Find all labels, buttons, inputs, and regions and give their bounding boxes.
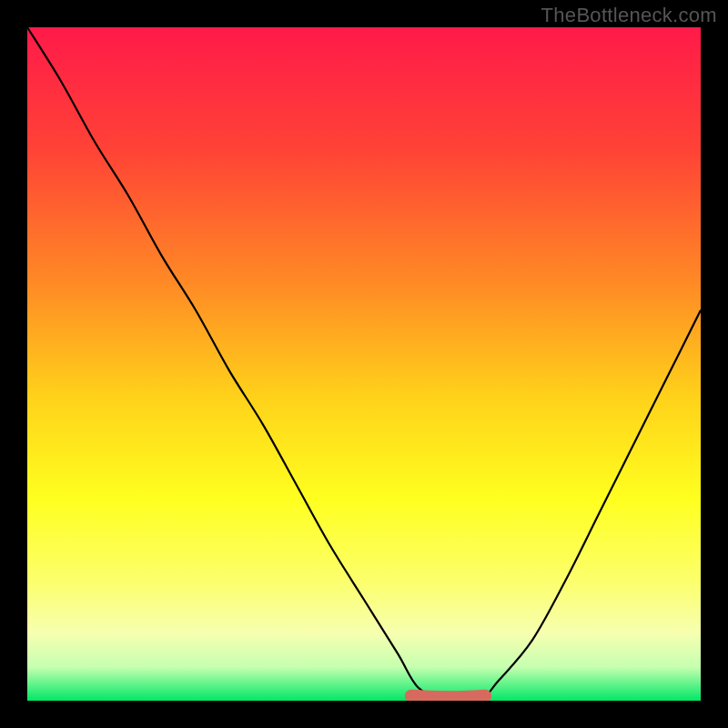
flat-bottom-marker: [411, 696, 485, 698]
curve-layer: [27, 27, 701, 701]
watermark-text: TheBottleneck.com: [541, 4, 717, 27]
plot-area: [27, 27, 701, 701]
bottleneck-curve: [27, 27, 701, 701]
chart-frame: TheBottleneck.com: [0, 0, 728, 728]
